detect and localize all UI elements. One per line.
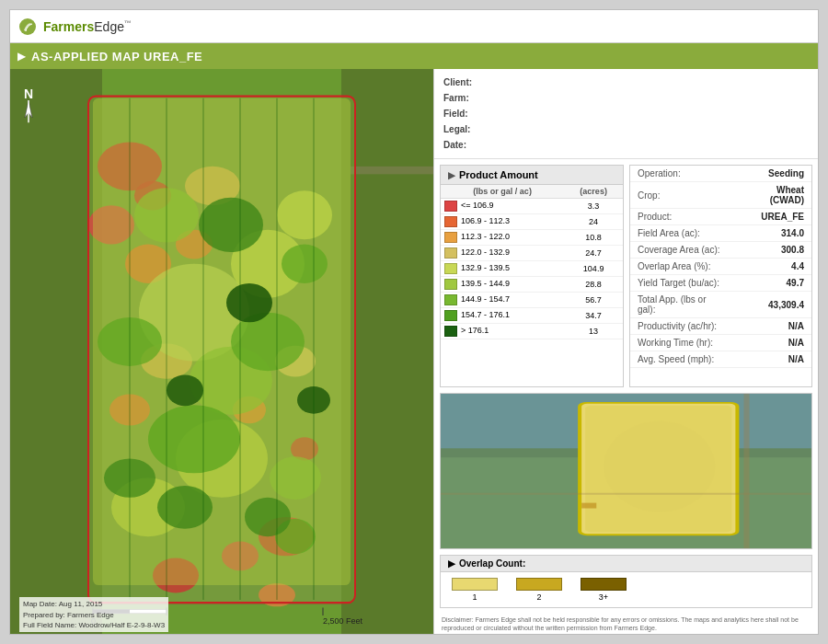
svg-point-32 — [148, 405, 240, 473]
stats-label: Avg. Speed (mph): — [630, 351, 733, 368]
stats-row: Overlap Area (%): 4.4 — [630, 259, 811, 275]
overlap-header: ▶ Overlap Count: — [441, 556, 811, 572]
legend-row: 132.9 - 139.5 104.9 — [441, 261, 623, 277]
legend-range-cell: <= 106.9 — [441, 199, 564, 214]
legend-acres-cell: 24 — [564, 214, 623, 230]
legend-color-swatch — [444, 279, 457, 290]
legend-color-swatch — [444, 201, 457, 212]
legend-range-cell: 139.5 - 144.9 — [441, 277, 564, 293]
logo-text: FarmersEdge™ — [43, 19, 132, 34]
legend-acres-cell: 104.9 — [564, 261, 623, 277]
client-row-date: Date: — [443, 137, 809, 153]
stats-value: Seeding — [733, 166, 811, 182]
legend-range-cell: > 176.1 — [441, 324, 564, 339]
legend-range-cell: 132.9 - 139.5 — [441, 261, 564, 277]
legend-color-swatch — [444, 326, 457, 337]
disclaimer: Disclaimer: Farmers Edge shall not be he… — [434, 614, 818, 634]
legend-acres-cell: 56.7 — [564, 293, 623, 308]
stats-label: Yield Target (bu/ac): — [630, 275, 733, 292]
map-footer: Map Date: Aug 11, 2015 Prepared by: Farm… — [19, 597, 168, 632]
stats-value: N/A — [733, 351, 811, 368]
legend-row: 139.5 - 144.9 28.8 — [441, 277, 623, 293]
legend-color-swatch — [444, 216, 457, 227]
stats-value: N/A — [733, 318, 811, 335]
svg-point-37 — [199, 198, 263, 252]
legal-label: Legal: — [443, 121, 480, 137]
svg-rect-6 — [351, 167, 433, 174]
field-label: Field: — [443, 106, 480, 121]
stats-value: Wheat (CWAD) — [733, 182, 811, 209]
title-arrow: ▶ — [17, 50, 26, 63]
farm-label: Farm: — [443, 90, 480, 106]
field-map: N 0 2,500 Feet — [10, 69, 433, 634]
client-row-client: Client: — [443, 75, 809, 90]
client-info: Client: Farm: Field: Legal: Date: — [434, 69, 818, 159]
svg-rect-4 — [102, 69, 341, 98]
stats-label: Crop: — [630, 182, 733, 209]
legend-panel: ▶ Product Amount (lbs or gal / ac) (acre… — [440, 165, 624, 387]
logo-icon — [17, 17, 38, 37]
stats-row: Productivity (ac/hr): N/A — [630, 318, 811, 335]
legend-acres-cell: 28.8 — [564, 277, 623, 293]
legend-row: <= 106.9 3.3 — [441, 199, 623, 214]
stats-row: Total App. (lbs or gal): 43,309.4 — [630, 292, 811, 318]
overlap-item: 3+ — [581, 578, 627, 602]
stats-value: 49.7 — [733, 275, 811, 292]
legend-acres-cell: 10.8 — [564, 230, 623, 246]
stats-value: 314.0 — [733, 225, 811, 242]
stats-label: Working Time (hr): — [630, 335, 733, 351]
legend-range-cell: 144.9 - 154.7 — [441, 293, 564, 308]
legend-table: (lbs or gal / ac) (acres) <= 106.9 3.3 1… — [441, 185, 623, 339]
legend-acres-cell: 34.7 — [564, 308, 623, 324]
overlap-label: 3+ — [599, 592, 608, 602]
data-panels: ▶ Product Amount (lbs or gal / ac) (acre… — [434, 159, 818, 393]
legend-row: 106.9 - 112.3 24 — [441, 214, 623, 230]
title-bar: ▶ AS-APPLIED MAP UREA_FE — [10, 43, 818, 69]
stats-label: Coverage Area (ac): — [630, 242, 733, 259]
main-content: N 0 2,500 Feet Map Date: Aug 11, 2015 Pr… — [10, 69, 818, 634]
stats-label: Overlap Area (%): — [630, 259, 733, 275]
overlap-item: 2 — [516, 578, 562, 602]
thumbnail-map — [440, 393, 812, 549]
legend-color-swatch — [444, 294, 457, 305]
svg-point-66 — [604, 420, 715, 512]
legend-color-swatch — [444, 263, 457, 274]
svg-text:2,500 Feet: 2,500 Feet — [323, 616, 362, 626]
legend-color-swatch — [444, 310, 457, 321]
svg-text:N: N — [24, 86, 33, 100]
stats-label: Product: — [630, 209, 733, 225]
header: FarmersEdge™ — [10, 10, 818, 43]
legend-header: ▶ Product Amount — [441, 166, 623, 185]
stats-table: Operation: Seeding Crop: Wheat (CWAD) Pr… — [630, 166, 811, 368]
stats-row: Yield Target (bu/ac): 49.7 — [630, 275, 811, 292]
overlap-swatch — [581, 578, 627, 591]
legend-row: 154.7 - 176.1 34.7 — [441, 308, 623, 324]
stats-value: 43,309.4 — [733, 292, 811, 318]
stats-row: Operation: Seeding — [630, 166, 811, 182]
stats-label: Productivity (ac/hr): — [630, 318, 733, 335]
legend-range-cell: 154.7 - 176.1 — [441, 308, 564, 324]
overlap-label: 2 — [536, 592, 541, 602]
map-area: N 0 2,500 Feet Map Date: Aug 11, 2015 Pr… — [10, 69, 433, 634]
legend-color-swatch — [444, 232, 457, 243]
svg-point-35 — [282, 245, 328, 283]
client-row-field: Field: — [443, 106, 809, 121]
legend-row: 112.3 - 122.0 10.8 — [441, 230, 623, 246]
date-label: Date: — [443, 137, 480, 153]
stats-label: Total App. (lbs or gal): — [630, 292, 733, 318]
stats-value: N/A — [733, 335, 811, 351]
svg-point-41 — [226, 283, 272, 322]
right-panel: Client: Farm: Field: Legal: Date: — [433, 69, 818, 634]
client-row-legal: Legal: — [443, 121, 809, 137]
stats-row: Working Time (hr): N/A — [630, 335, 811, 351]
overlap-item: 1 — [452, 578, 498, 602]
legend-range-cell: 122.0 - 132.9 — [441, 246, 564, 261]
legend-row: 144.9 - 154.7 56.7 — [441, 293, 623, 308]
stats-panel: Operation: Seeding Crop: Wheat (CWAD) Pr… — [629, 165, 812, 387]
stats-row: Avg. Speed (mph): N/A — [630, 351, 811, 368]
legend-row: > 176.1 13 — [441, 324, 623, 339]
overlap-swatch — [452, 578, 498, 591]
stats-value: 4.4 — [733, 259, 811, 275]
stats-label: Field Area (ac): — [630, 225, 733, 242]
stats-value: 300.8 — [733, 242, 811, 259]
